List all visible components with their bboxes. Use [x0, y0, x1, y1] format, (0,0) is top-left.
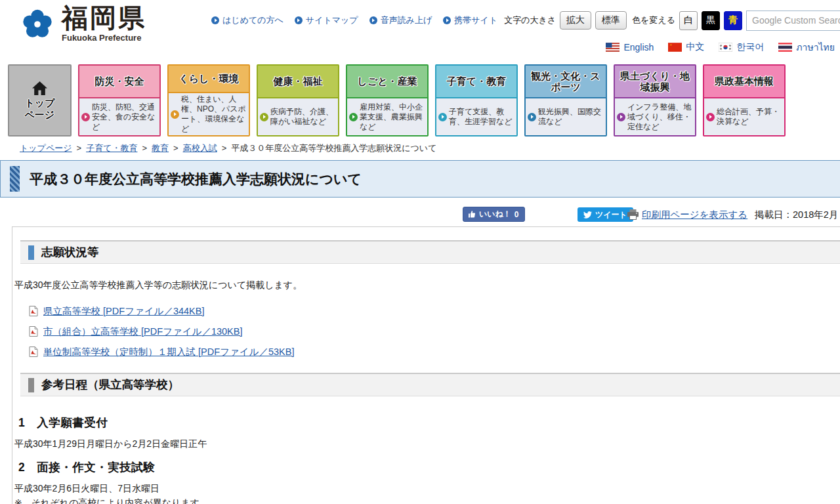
nav-tab-description-text: 疾病予防、介護、障がい福祉など: [270, 107, 336, 127]
section-heading-application-status: 志願状況等: [41, 242, 840, 263]
language-link-chinese[interactable]: 中文: [668, 41, 704, 53]
site-name-en: Fukuoka Prefecture: [62, 33, 146, 43]
white-color-button[interactable]: 白: [679, 11, 698, 30]
pdf-file-icon: [29, 306, 38, 316]
breadcrumb-link[interactable]: 教育: [152, 143, 169, 153]
language-label: 한국어: [736, 41, 764, 53]
nav-tab-kosodate-kyoiku[interactable]: 子育て・教育子育て支援、教育、生涯学習など: [435, 64, 518, 136]
nav-tab-label: くらし・環境: [169, 66, 249, 93]
nav-tab-kurashi-kankyo[interactable]: くらし・環境税、住まい、人権、NPO、パスポート、環境保全など: [167, 64, 250, 136]
section-heading-band-application-status: 志願状況等: [20, 240, 840, 264]
nav-tab-description-text: 税、住まい、人権、NPO、パスポート、環境保全など: [181, 94, 247, 134]
pdf-link-row: 市（組合）立高等学校 [PDFファイル／130KB]: [14, 322, 840, 342]
language-label: 中文: [686, 41, 704, 53]
site-logo-link[interactable]: 福岡県 Fukuoka Prefecture: [18, 4, 146, 45]
nav-tab-shigoto-sangyo[interactable]: しごと・産業雇用対策、中小企業支援、農業振興など: [346, 64, 429, 136]
nav-tab-description: インフラ整備、地域づくり、移住・定住など: [615, 98, 695, 135]
nav-tab-description: 総合計画、予算・決算など: [704, 98, 784, 135]
section-accent-bar: [28, 245, 34, 260]
util-link-label: 携帯サイト: [454, 14, 497, 26]
site-header: 福岡県 Fukuoka Prefecture はじめての方へサイトマップ音声読み…: [0, 0, 840, 63]
breadcrumb-link[interactable]: 高校入試: [183, 143, 217, 153]
nav-tab-kenko-fukushi[interactable]: 健康・福祉疾病予防、介護、障がい福祉など: [257, 64, 339, 136]
tweet-label: ツイート: [595, 209, 627, 220]
language-label: English: [623, 42, 654, 52]
pdf-file-link[interactable]: 単位制高等学校（定時制）１期入試 [PDFファイル／53KB]: [43, 346, 294, 358]
breadcrumb-link[interactable]: トップページ: [20, 143, 72, 153]
tweet-button[interactable]: ツイート: [578, 207, 633, 222]
korea-flag-icon: [719, 43, 732, 52]
nav-tab-description-text: 総合計画、予算・決算など: [717, 107, 782, 127]
first-time-visitor-link[interactable]: はじめての方へ: [211, 14, 284, 26]
nav-tab-label: しごと・産業: [347, 66, 427, 98]
arrow-circle-icon: [349, 113, 358, 121]
arrow-circle-icon: [171, 110, 179, 119]
section-heading-band-reference-schedule: 参考日程（県立高等学校）: [20, 373, 840, 396]
pdf-file-icon: [29, 326, 38, 337]
printer-icon[interactable]: [627, 209, 639, 220]
nav-tab-description-text: インフラ整備、地域づくり、移住・定住など: [627, 102, 693, 132]
nav-tab-description: 疾病予防、介護、障がい福祉など: [258, 98, 338, 135]
blue-color-button[interactable]: 青: [724, 11, 742, 30]
enlarge-text-button[interactable]: 拡大: [560, 11, 591, 30]
arrow-circle-icon: [528, 113, 536, 121]
pdf-link-list: 県立高等学校 [PDFファイル／344KB]市（組合）立高等学校 [PDFファイ…: [14, 301, 840, 362]
voice-reading-link[interactable]: 音声読み上げ: [369, 14, 432, 26]
nav-tab-description-text: 雇用対策、中小企業支援、農業振興など: [360, 102, 425, 132]
language-link-korean[interactable]: 한국어: [719, 41, 764, 53]
breadcrumb-separator: >: [77, 143, 82, 153]
schedule-list: 1 入学願書受付平成30年1月29日月曜日から2月2日金曜日正午2 面接・作文・…: [14, 416, 840, 494]
breadcrumb-separator: >: [142, 143, 147, 153]
nav-tab-label: 子育て・教育: [436, 66, 516, 98]
site-search: [746, 10, 840, 31]
nav-tab-description-text: 観光振興、国際交流など: [538, 107, 604, 127]
arrow-circle-icon: [260, 113, 268, 121]
print-page-link[interactable]: 印刷用ページを表示する: [642, 209, 747, 221]
nav-tab-label: 防災・安全: [79, 66, 159, 98]
black-color-button[interactable]: 黒: [702, 11, 720, 30]
china-flag-icon: [668, 43, 682, 52]
pdf-file-link[interactable]: 市（組合）立高等学校 [PDFファイル／130KB]: [43, 326, 242, 338]
arrow-circle-icon: [81, 113, 90, 121]
language-link-thai[interactable]: ภาษาไทย: [778, 40, 835, 54]
breadcrumb-separator: >: [222, 143, 227, 153]
main-content: 志願状況等 平成30年度公立高等学校推薦入学等の志願状況について掲載します。 県…: [12, 226, 840, 504]
util-link-label: 音声読み上げ: [381, 14, 432, 26]
note-text: ※ それぞれの高校により内容が異なります。: [14, 497, 840, 504]
schedule-item-text: 平成30年2月6日火曜日、7日水曜日: [14, 483, 840, 494]
nav-tab-label: 県政基本情報: [704, 66, 784, 98]
nav-tab-description: 雇用対策、中小企業支援、農業振興など: [347, 98, 427, 135]
sitemap-link[interactable]: サイトマップ: [295, 14, 358, 26]
circle-arrow-icon: [443, 16, 451, 24]
facebook-like-button[interactable]: いいね！ 0: [463, 207, 525, 222]
section-heading-reference-schedule: 参考日程（県立高等学校）: [41, 374, 840, 396]
nav-tab-label: 観光・文化・スポーツ: [526, 66, 606, 98]
home-icon: [31, 80, 49, 96]
language-link-english[interactable]: English: [606, 42, 654, 52]
nav-tab-kanko-bunka-sports[interactable]: 観光・文化・スポーツ観光振興、国際交流など: [524, 64, 607, 136]
nav-tab-kensei-kihon-joho[interactable]: 県政基本情報総合計画、予算・決算など: [703, 64, 786, 136]
nav-tab-kendo-chiiki-shinko[interactable]: 県土づくり・地域振興インフラ整備、地域づくり、移住・定住など: [614, 64, 696, 136]
breadcrumb-separator: >: [173, 143, 178, 153]
mobile-site-link[interactable]: 携帯サイト: [443, 14, 497, 26]
search-input[interactable]: [746, 10, 840, 31]
nav-tab-description-text: 防災、防犯、交通安全、食の安全など: [92, 102, 158, 132]
circle-arrow-icon: [369, 16, 377, 24]
schedule-item-heading: 1 入学願書受付: [18, 416, 840, 429]
nav-tab-label: 健康・福祉: [258, 66, 338, 98]
breadcrumb: トップページ>子育て・教育>教育>高校入試>平成３０年度公立高等学校推薦入学志願…: [20, 142, 436, 154]
title-accent-bar: [10, 166, 20, 192]
posted-date: 掲載日：2018年2月: [755, 209, 838, 221]
standard-text-button[interactable]: 標準: [595, 11, 627, 30]
like-count: 0: [514, 210, 519, 219]
font-size-label: 文字の大きさ: [504, 14, 556, 26]
schedule-item-heading: 2 面接・作文・実技試験: [18, 461, 840, 474]
color-change-label: 色を変える: [632, 14, 675, 26]
breadcrumb-link[interactable]: 子育て・教育: [86, 143, 137, 153]
nav-tab-top-page[interactable]: トップページ: [8, 64, 72, 136]
fukuoka-flower-icon: [18, 4, 56, 45]
site-name: 福岡県: [62, 4, 146, 32]
thumbs-up-icon: [469, 211, 476, 218]
pdf-file-link[interactable]: 県立高等学校 [PDFファイル／344KB]: [43, 305, 204, 318]
nav-tab-bosai-anzen[interactable]: 防災・安全防災、防犯、交通安全、食の安全など: [78, 64, 161, 136]
